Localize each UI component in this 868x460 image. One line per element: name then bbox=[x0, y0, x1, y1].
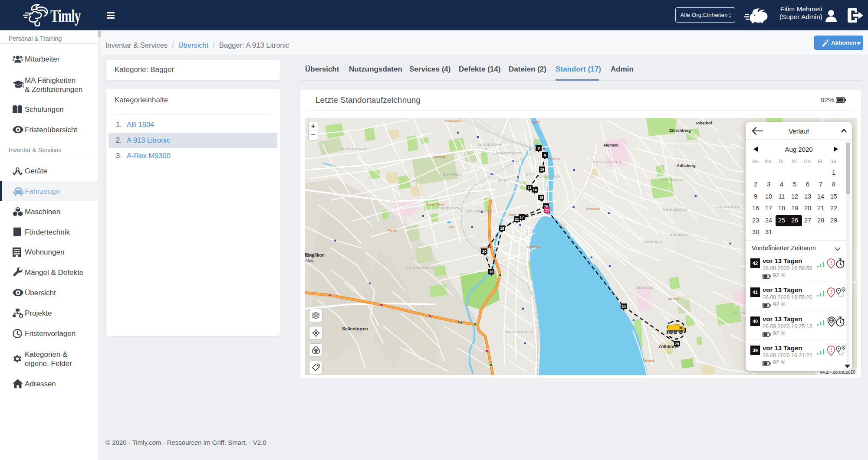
svg-text:20: 20 bbox=[482, 249, 487, 254]
svg-text:Zollikon: Zollikon bbox=[658, 344, 676, 349]
svg-text:ttswil: ttswil bbox=[305, 253, 314, 258]
svg-text:14: 14 bbox=[533, 188, 537, 192]
svg-text:10: 10 bbox=[540, 167, 544, 172]
svg-text:19: 19 bbox=[489, 270, 493, 274]
svg-text:WERD: WERD bbox=[498, 178, 510, 182]
svg-text:SIHLFELD: SIHLFELD bbox=[443, 173, 462, 176]
svg-text:Swy: Swy bbox=[448, 225, 454, 229]
svg-text:29: 29 bbox=[675, 342, 679, 346]
svg-text:Albis: Albis bbox=[305, 258, 314, 263]
svg-text:WOLLISHOFEN: WOLLISHOFEN bbox=[506, 330, 534, 334]
svg-text:Egghof: Egghof bbox=[531, 121, 540, 124]
svg-text:21: 21 bbox=[515, 217, 519, 222]
svg-text:Kunsthaus: Kunsthaus bbox=[586, 207, 600, 210]
svg-text:Platzhaus: Platzhaus bbox=[548, 157, 561, 160]
svg-text:9: 9 bbox=[544, 153, 546, 157]
svg-text:WIEDIKON: WIEDIKON bbox=[441, 206, 461, 210]
svg-text:Turbinenbräu: Turbinenbräu bbox=[445, 120, 462, 123]
svg-text:Fluntern: Fluntern bbox=[604, 143, 618, 147]
svg-text:FRIESENBERG: FRIESENBERG bbox=[406, 266, 434, 270]
svg-text:HIRSLANDEN: HIRSLANDEN bbox=[716, 206, 740, 209]
svg-text:MÜHLEBACH: MÜHLEBACH bbox=[663, 208, 687, 212]
svg-text:Hotel: Hotel bbox=[509, 213, 516, 216]
svg-text:Fire force: Fire force bbox=[434, 155, 446, 158]
svg-text:HOTTINGEN: HOTTINGEN bbox=[659, 178, 682, 182]
svg-text:Rieterpark: Rieterpark bbox=[527, 245, 541, 249]
svg-text:LANGSTRASSE: LANGSTRASSE bbox=[493, 151, 522, 155]
svg-text:WEINEGG: WEINEGG bbox=[636, 286, 654, 289]
svg-text:Zürichberg: Zürichberg bbox=[669, 128, 691, 133]
svg-text:Oberes Triemli: Oberes Triemli bbox=[426, 203, 444, 206]
svg-text:Atlantis: Atlantis bbox=[388, 229, 397, 232]
svg-text:Es: Es bbox=[412, 179, 415, 183]
svg-text:17: 17 bbox=[519, 215, 524, 219]
svg-text:LINDENHOF: LINDENHOF bbox=[539, 175, 561, 178]
svg-text:15: 15 bbox=[539, 196, 543, 200]
svg-text:RIESBACH: RIESBACH bbox=[670, 233, 690, 237]
svg-text:Fährebad: Fährebad bbox=[643, 359, 655, 362]
svg-text:24: 24 bbox=[621, 304, 626, 309]
svg-text:Adlisberg: Adlisberg bbox=[677, 163, 696, 168]
svg-text:Tobelhof: Tobelhof bbox=[695, 121, 712, 125]
svg-text:8: 8 bbox=[538, 146, 540, 150]
svg-text:ALBISRIEDEN: ALBISRIEDEN bbox=[341, 147, 367, 151]
svg-text:HOCHSCHULEN: HOCHSCHULEN bbox=[592, 160, 621, 164]
svg-text:11: 11 bbox=[528, 186, 532, 190]
svg-text:Ruf Villa: Ruf Villa bbox=[668, 297, 678, 300]
svg-text:CITY: CITY bbox=[526, 173, 535, 176]
svg-text:SEEFELD: SEEFELD bbox=[644, 240, 662, 244]
svg-text:23: 23 bbox=[545, 208, 549, 212]
svg-text:AUSSERSIHL: AUSSERSIHL bbox=[477, 143, 503, 147]
svg-text:18: 18 bbox=[500, 226, 504, 231]
svg-text:Sellenbüren: Sellenbüren bbox=[342, 326, 368, 331]
svg-text:ALT-WIEDIKON: ALT-WIEDIKON bbox=[466, 210, 493, 213]
